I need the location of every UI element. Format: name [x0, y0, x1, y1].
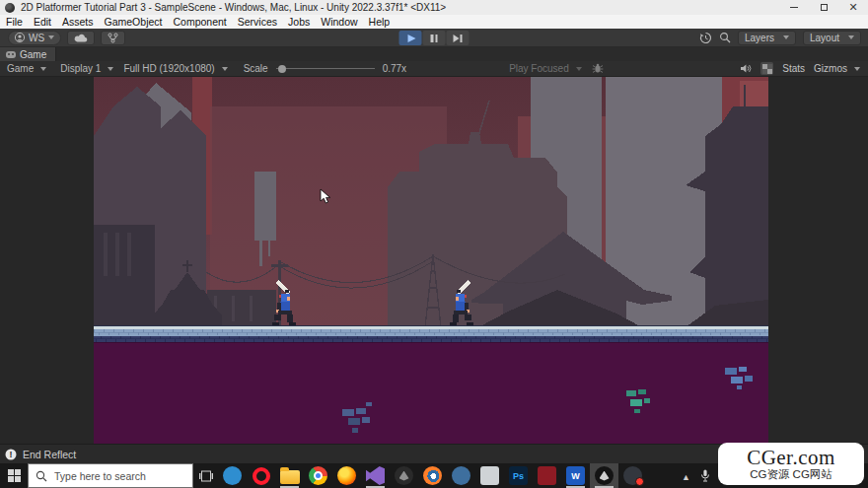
metrics-toggle[interactable] — [760, 62, 773, 75]
chevron-down-icon — [40, 67, 46, 71]
svg-text:!: ! — [10, 450, 13, 459]
maximize-icon — [821, 4, 828, 11]
view-mode-dropdown[interactable]: Game — [7, 63, 46, 74]
menu-item-window[interactable]: Window — [321, 16, 357, 28]
scale-slider-handle[interactable] — [278, 65, 286, 73]
tab-game[interactable]: Game — [0, 47, 56, 61]
pause-button[interactable] — [423, 31, 446, 45]
main-toolbar: WS Layers — [0, 29, 868, 47]
play-controls — [399, 31, 470, 45]
resolution-dropdown[interactable]: Full HD (1920x1080) — [123, 63, 227, 74]
layout-dropdown[interactable]: Layout — [803, 31, 861, 45]
taskbar-app-firefox[interactable] — [332, 463, 361, 488]
checker-icon — [762, 64, 772, 74]
scale-control: Scale 0.77x — [244, 63, 406, 74]
menu-item-services[interactable]: Services — [238, 16, 277, 28]
cloud-icon — [74, 34, 88, 42]
menu-item-assets[interactable]: Assets — [62, 16, 94, 28]
watermark-title: CGer.com — [747, 447, 835, 468]
gizmos-dropdown[interactable]: Gizmos — [814, 63, 860, 74]
taskbar-app-visual-studio[interactable] — [361, 463, 390, 488]
task-view-icon — [199, 470, 213, 482]
taskbar-app-chrome[interactable] — [304, 463, 332, 488]
watermark: CGer.com CG资源 CG网站 — [718, 443, 864, 485]
version-control-button[interactable] — [101, 31, 125, 45]
chevron-down-icon — [222, 67, 228, 71]
taskbar-app-adobe-red[interactable] — [533, 463, 561, 488]
account-dropdown[interactable]: WS — [8, 31, 61, 45]
play-button[interactable] — [399, 31, 422, 45]
pause-icon — [431, 35, 438, 42]
taskbar-app-blender[interactable] — [418, 463, 447, 488]
scale-label: Scale — [244, 63, 268, 74]
search-input[interactable] — [54, 470, 173, 482]
scale-slider[interactable] — [276, 68, 375, 69]
taskbar-app-word[interactable]: W — [561, 463, 590, 488]
gizmos-label: Gizmos — [814, 63, 847, 74]
scene-underground — [94, 342, 768, 444]
view-mode-label: Game — [7, 63, 34, 74]
windows-logo-icon — [8, 469, 21, 482]
game-scene[interactable] — [94, 77, 768, 444]
scene-platform — [94, 325, 768, 342]
task-view-button[interactable] — [193, 463, 218, 488]
undo-history-button[interactable] — [699, 32, 712, 44]
tab-game-label: Game — [20, 49, 46, 60]
game-viewport — [0, 77, 868, 444]
menu-item-help[interactable]: Help — [369, 16, 391, 28]
step-button[interactable] — [447, 31, 470, 45]
taskbar-search[interactable] — [28, 463, 193, 488]
menubar: FileEditAssetsGameObjectComponentService… — [0, 15, 868, 29]
taskbar-app-steam[interactable] — [447, 463, 475, 488]
tray-expand-icon[interactable]: ▲ — [682, 472, 690, 482]
start-button[interactable] — [0, 463, 28, 488]
layers-dropdown[interactable]: Layers — [738, 31, 796, 45]
chevron-down-icon — [783, 35, 789, 39]
menu-item-jobs[interactable]: Jobs — [288, 16, 310, 28]
resolution-label: Full HD (1920x1080) — [123, 63, 214, 74]
chevron-down-icon — [108, 67, 113, 71]
close-button[interactable]: ✕ — [838, 0, 868, 15]
chevron-down-icon — [854, 67, 860, 71]
display-label: Display 1 — [60, 63, 101, 74]
search-icon — [36, 470, 47, 482]
notification-icon: ! — [5, 449, 17, 460]
window-titlebar: 2D Platformer Tutorial Part 3 - SampleSc… — [0, 0, 868, 15]
minimize-icon — [790, 7, 798, 8]
menu-item-component[interactable]: Component — [173, 16, 226, 28]
maximize-button[interactable] — [809, 0, 838, 15]
cloud-services-button[interactable] — [67, 31, 95, 45]
game-view-icon — [6, 51, 16, 58]
branch-icon — [108, 33, 118, 43]
taskbar-app-file-explorer[interactable] — [275, 463, 304, 488]
search-button[interactable] — [719, 32, 731, 43]
watermark-subtitle: CG资源 CG网站 — [750, 468, 832, 481]
taskbar-app-edge[interactable] — [218, 463, 247, 488]
taskbar-app-chat[interactable] — [618, 463, 647, 488]
history-icon — [699, 32, 712, 44]
taskbar-app-unity-hub[interactable] — [390, 463, 418, 488]
person-icon — [15, 33, 25, 42]
minimize-button[interactable] — [779, 0, 809, 15]
frame-debugger-button[interactable] — [592, 63, 604, 74]
microphone-icon[interactable] — [700, 469, 710, 482]
mute-audio-button[interactable] — [740, 63, 752, 74]
taskbar-app-unity-editor[interactable] — [590, 463, 618, 488]
scale-value: 0.77x — [383, 63, 406, 74]
menu-item-edit[interactable]: Edit — [34, 16, 51, 28]
chevron-down-icon — [576, 67, 582, 71]
chevron-down-icon — [48, 35, 54, 39]
taskbar-app-opera[interactable] — [247, 463, 275, 488]
play-focused-label: Play Focused — [509, 63, 569, 74]
menu-item-gameobject[interactable]: GameObject — [105, 16, 163, 28]
magnifier-icon — [719, 32, 731, 43]
play-focused-dropdown[interactable]: Play Focused — [509, 63, 582, 74]
taskbar-app-photoshop[interactable]: Ps — [504, 463, 533, 488]
taskbar-app-app-light[interactable] — [475, 463, 504, 488]
unity-editor-window: 2D Platformer Tutorial Part 3 - SampleSc… — [0, 0, 868, 488]
display-dropdown[interactable]: Display 1 — [60, 63, 113, 74]
stats-toggle[interactable]: Stats — [782, 63, 805, 74]
chevron-down-icon — [848, 35, 854, 39]
menu-item-file[interactable]: File — [6, 16, 23, 28]
window-title: 2D Platformer Tutorial Part 3 - SampleSc… — [21, 0, 446, 15]
